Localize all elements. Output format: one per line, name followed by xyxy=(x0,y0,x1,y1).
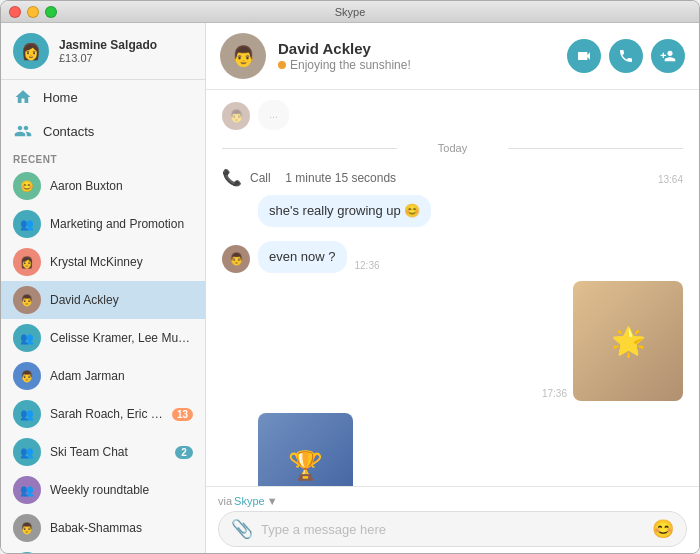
call-row: 📞 Call 1 minute 15 seconds 13:64 xyxy=(222,164,683,191)
msg-bubble: even now ? xyxy=(258,241,347,273)
msg-avatar: 👨 xyxy=(222,102,250,130)
contact-avatar: 👨 xyxy=(220,33,266,79)
chat-actions xyxy=(567,39,685,73)
recent-item-krystal[interactable]: 👩 Krystal McKinney xyxy=(1,243,205,281)
contact-status: Enjoying the sunshine! xyxy=(278,58,567,72)
avatar: 👥 xyxy=(13,438,41,466)
recent-item-sarah[interactable]: 👥 Sarah Roach, Eric Ishida 13 xyxy=(1,395,205,433)
msg-bubble: ... xyxy=(258,100,289,129)
app-container: 👩 Jasmine Salgado £13.07 Home Contacts R… xyxy=(1,23,699,554)
home-label: Home xyxy=(43,90,78,105)
call-duration: 1 minute 15 seconds xyxy=(285,171,396,185)
audio-call-button[interactable] xyxy=(609,39,643,73)
sidebar-item-contacts[interactable]: Contacts xyxy=(1,114,205,148)
sidebar: 👩 Jasmine Salgado £13.07 Home Contacts R… xyxy=(1,23,206,554)
unread-badge: 13 xyxy=(172,408,193,421)
avatar: 👥 xyxy=(13,400,41,428)
msg-group-content: even now ? 12:36 xyxy=(258,241,380,273)
app-title: Skype xyxy=(335,6,366,18)
maximize-button[interactable] xyxy=(45,6,57,18)
close-button[interactable] xyxy=(9,6,21,18)
photo-time: 17:36 xyxy=(542,388,567,399)
recent-item-celisse[interactable]: 👥 Celisse Kramer, Lee Murphy, MJ... xyxy=(1,319,205,357)
attachment-icon[interactable]: 📎 xyxy=(231,518,253,540)
msg-time: 12:36 xyxy=(355,260,380,271)
photo-message: 🌟 xyxy=(573,281,683,401)
photo-message: 🏆 xyxy=(258,413,353,486)
recent-name: Krystal McKinney xyxy=(50,255,193,269)
titlebar: Skype xyxy=(1,1,699,23)
add-contact-button[interactable] xyxy=(651,39,685,73)
message-row: she's really growing up 😊 xyxy=(222,195,683,227)
avatar: 👥 xyxy=(13,210,41,238)
messages-area[interactable]: 👨 ... Today 📞 Call 1 minute 15 seconds 1… xyxy=(206,90,699,486)
contact-info: David Ackley Enjoying the sunshine! xyxy=(278,40,567,72)
avatar: 👥 xyxy=(13,476,41,504)
contact-name: David Ackley xyxy=(278,40,567,57)
message-input[interactable] xyxy=(261,522,644,537)
msg-bubble: she's really growing up 😊 xyxy=(258,195,431,227)
profile-area: 👩 Jasmine Salgado £13.07 xyxy=(1,23,205,80)
contacts-icon xyxy=(13,121,33,141)
profile-avatar-emoji: 👩 xyxy=(21,42,41,61)
recent-item-david[interactable]: 👨 David Ackley xyxy=(1,281,205,319)
chat-area: 👨 David Ackley Enjoying the sunshine! xyxy=(206,23,699,554)
unread-badge: 2 xyxy=(175,446,193,459)
recent-name: Celisse Kramer, Lee Murphy, MJ... xyxy=(50,331,193,345)
recent-item-aaron[interactable]: 😊 Aaron Buxton xyxy=(1,167,205,205)
recent-name: Aaron Buxton xyxy=(50,179,193,193)
message-row: even now ? 12:36 xyxy=(258,241,380,273)
profile-info: Jasmine Salgado £13.07 xyxy=(59,38,157,64)
avatar: 👥 xyxy=(13,324,41,352)
call-icon: 📞 xyxy=(222,168,242,187)
contacts-label: Contacts xyxy=(43,124,94,139)
recent-name: Ski Team Chat xyxy=(50,445,166,459)
recent-item-weekly[interactable]: 👥 Weekly roundtable xyxy=(1,471,205,509)
window-controls xyxy=(9,6,57,18)
recent-name: Weekly roundtable xyxy=(50,483,193,497)
sidebar-item-home[interactable]: Home xyxy=(1,80,205,114)
chat-header: 👨 David Ackley Enjoying the sunshine! xyxy=(206,23,699,90)
recent-name: David Ackley xyxy=(50,293,193,307)
avatar: 👨 xyxy=(13,362,41,390)
recent-item-corey[interactable]: 👥 Corey Little, Suki Beach, Matthew... xyxy=(1,547,205,554)
avatar: 👩 xyxy=(13,248,41,276)
profile-balance: £13.07 xyxy=(59,52,157,64)
avatar: 👩 xyxy=(13,33,49,69)
recent-item-adam[interactable]: 👨 Adam Jarman xyxy=(1,357,205,395)
message-input-row: 📎 😊 xyxy=(218,511,687,547)
status-dot xyxy=(278,61,286,69)
photo-row-right: 17:36 🌟 xyxy=(222,281,683,401)
via-label: Skype xyxy=(234,495,265,507)
message-group: 👨 even now ? 12:36 xyxy=(222,241,683,273)
avatar: 👨 xyxy=(13,514,41,542)
recent-name: Babak-Shammas xyxy=(50,521,193,535)
via-skype-label: via Skype ▼ xyxy=(218,495,687,507)
status-text: Enjoying the sunshine! xyxy=(290,58,411,72)
date-divider: Today xyxy=(222,142,683,154)
message-row: 👨 ... xyxy=(222,100,683,130)
home-icon xyxy=(13,87,33,107)
avatar: 👨 xyxy=(13,286,41,314)
emoji-picker-icon[interactable]: 😊 xyxy=(652,518,674,540)
video-call-button[interactable] xyxy=(567,39,601,73)
minimize-button[interactable] xyxy=(27,6,39,18)
recent-item-babak[interactable]: 👨 Babak-Shammas xyxy=(1,509,205,547)
recent-name: Sarah Roach, Eric Ishida xyxy=(50,407,163,421)
input-area: via Skype ▼ 📎 😊 xyxy=(206,486,699,554)
recent-name: Marketing and Promotion xyxy=(50,217,193,231)
recent-section-label: RECENT xyxy=(1,148,205,167)
contact-avatar-emoji: 👨 xyxy=(231,44,256,68)
call-label: Call xyxy=(250,171,277,185)
recent-item-ski[interactable]: 👥 Ski Team Chat 2 xyxy=(1,433,205,471)
recent-name: Adam Jarman xyxy=(50,369,193,383)
msg-avatar: 👨 xyxy=(222,245,250,273)
recent-item-marketing[interactable]: 👥 Marketing and Promotion xyxy=(1,205,205,243)
photo-row-left: 👨 🏆 17:36 xyxy=(222,413,683,486)
avatar: 😊 xyxy=(13,172,41,200)
profile-name: Jasmine Salgado xyxy=(59,38,157,52)
call-time: 13:64 xyxy=(658,174,683,185)
